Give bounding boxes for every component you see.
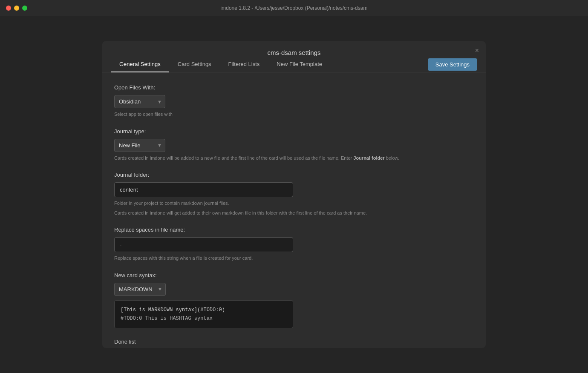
done-list-label: Done list xyxy=(114,339,474,345)
journal-type-dropdown-wrapper: New FileSingle FileDaily File ▼ xyxy=(114,139,165,152)
dialog-header: cms-dsam settings × xyxy=(102,41,486,57)
new-card-syntax-section: New card syntax: MARKDOWNHASHTAG ▼ [This… xyxy=(114,272,474,329)
save-settings-button[interactable]: Save Settings xyxy=(428,58,477,71)
new-card-syntax-dropdown-wrapper: MARKDOWNHASHTAG ▼ xyxy=(114,283,166,296)
tab-filtered-lists[interactable]: Filtered Lists xyxy=(220,57,268,72)
journal-folder-section: Journal folder: Folder in your project t… xyxy=(114,172,474,216)
replace-spaces-label: Replace spaces in file name: xyxy=(114,227,474,233)
done-list-section: Done list DONECOMPLETEFINISHED ▼ When ca… xyxy=(114,339,474,348)
dialog-title: cms-dsam settings xyxy=(267,49,320,62)
open-files-hint: Select app to open files with xyxy=(114,111,474,118)
journal-type-hint: Cards created in imdone will be added to… xyxy=(114,155,474,162)
journal-type-label: Journal type: xyxy=(114,128,474,135)
journal-folder-label: Journal folder: xyxy=(114,172,474,178)
journal-folder-bold: Journal folder xyxy=(353,155,384,161)
desktop: cms-dsam settings × General Settings Car… xyxy=(0,16,588,373)
open-files-section: Open Files With: ObsidianVS Code ▼ Selec… xyxy=(114,84,474,118)
tab-card-settings[interactable]: Card Settings xyxy=(169,57,220,72)
replace-spaces-input[interactable] xyxy=(114,237,293,252)
close-traffic-light[interactable] xyxy=(6,6,11,11)
syntax-line2: #TODO:0 This is HASHTAG syntax xyxy=(121,314,287,323)
new-card-syntax-label: New card syntax: xyxy=(114,272,474,278)
close-button[interactable]: × xyxy=(475,47,479,54)
minimize-traffic-light[interactable] xyxy=(14,6,19,11)
syntax-preview-box: [This is MARKDOWN syntax](#TODO:0) #TODO… xyxy=(114,300,293,329)
window-title: imdone 1.8.2 - /Users/jesse/Dropbox (Per… xyxy=(221,5,368,11)
journal-folder-hint2: Cards created in imdone will get added t… xyxy=(114,209,474,217)
journal-folder-hint1: Folder in your project to contain markdo… xyxy=(114,200,474,207)
settings-dialog: cms-dsam settings × General Settings Car… xyxy=(102,41,486,348)
journal-type-dropdown[interactable]: New FileSingle FileDaily File xyxy=(114,139,165,152)
traffic-lights xyxy=(6,6,27,11)
replace-spaces-hint: Replace spaces with this string when a f… xyxy=(114,255,474,262)
fullscreen-traffic-light[interactable] xyxy=(22,6,27,11)
title-bar: imdone 1.8.2 - /Users/jesse/Dropbox (Per… xyxy=(0,0,588,16)
new-card-syntax-dropdown[interactable]: MARKDOWNHASHTAG xyxy=(114,283,166,296)
syntax-line1: [This is MARKDOWN syntax](#TODO:0) xyxy=(121,306,287,314)
journal-type-section: Journal type: New FileSingle FileDaily F… xyxy=(114,128,474,162)
open-files-dropdown-wrapper: ObsidianVS Code ▼ xyxy=(114,95,165,108)
tab-general-settings[interactable]: General Settings xyxy=(111,57,169,72)
replace-spaces-section: Replace spaces in file name: Replace spa… xyxy=(114,227,474,262)
open-files-dropdown[interactable]: ObsidianVS Code xyxy=(114,95,165,108)
dialog-body: Open Files With: ObsidianVS Code ▼ Selec… xyxy=(102,72,486,348)
open-files-label: Open Files With: xyxy=(114,84,474,91)
journal-folder-input[interactable] xyxy=(114,182,293,197)
